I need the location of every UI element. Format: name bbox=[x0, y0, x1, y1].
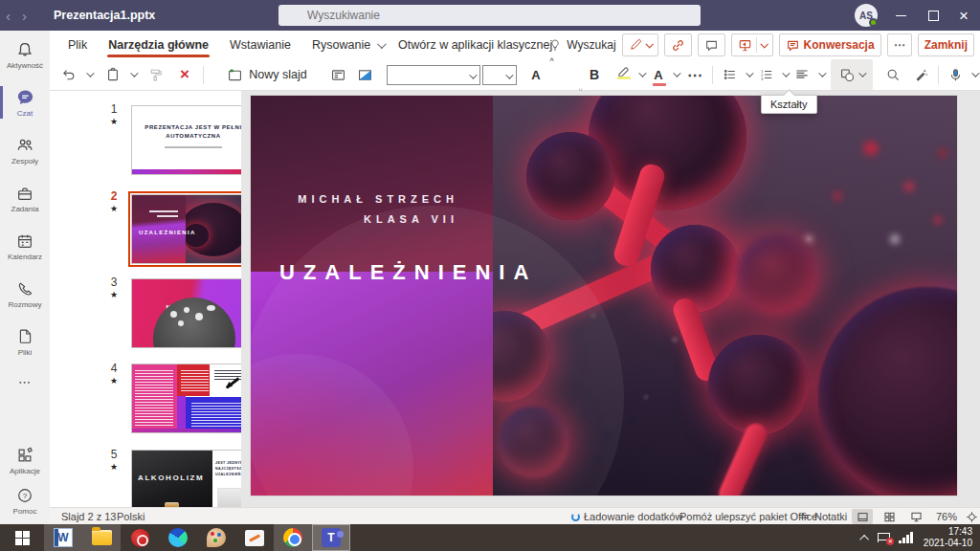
thumbnail-slide-2[interactable]: UZALEŻNIENIA bbox=[131, 194, 241, 264]
network-signal-icon[interactable] bbox=[899, 532, 913, 543]
shapes-button[interactable] bbox=[831, 59, 873, 90]
taskbar-word[interactable]: W bbox=[44, 524, 82, 551]
highlight-menu-chevron[interactable] bbox=[634, 59, 645, 90]
bell-icon bbox=[15, 40, 34, 59]
sidebar-item-calls[interactable]: Rozmowy bbox=[0, 270, 50, 318]
chrome-icon bbox=[283, 528, 302, 547]
paste-button[interactable] bbox=[101, 59, 124, 90]
undo-menu-chevron[interactable] bbox=[80, 59, 94, 90]
slide-author-text[interactable]: MICHAŁ STRZECH KLASA VII bbox=[298, 189, 458, 230]
start-button[interactable] bbox=[0, 524, 44, 551]
taskbar-teams[interactable]: T bbox=[312, 524, 350, 551]
font-size-select[interactable] bbox=[482, 65, 517, 85]
language-status[interactable]: Polski bbox=[117, 508, 145, 525]
sidebar-item-help[interactable]: ? Pomoc bbox=[0, 476, 50, 524]
numbering-menu-chevron[interactable] bbox=[777, 59, 789, 90]
minimize-button[interactable] bbox=[884, 0, 917, 31]
font-color-button[interactable]: A bbox=[647, 59, 670, 90]
file-icon bbox=[15, 327, 34, 346]
comments-button[interactable] bbox=[698, 33, 725, 56]
tellme-search[interactable]: Wyszukaj bbox=[548, 38, 615, 52]
taskbar-file-explorer[interactable] bbox=[82, 524, 121, 551]
notes-toggle[interactable]: Notatki bbox=[798, 508, 847, 525]
format-painter-button[interactable] bbox=[144, 59, 168, 90]
copy-link-button[interactable] bbox=[664, 33, 692, 56]
sidebar-item-chat[interactable]: Czat bbox=[0, 78, 50, 126]
thumb-number: 4 bbox=[105, 362, 122, 375]
tab-home[interactable]: Narzędzia główne bbox=[98, 31, 219, 59]
action-center-flag-icon[interactable]: ✕ bbox=[878, 533, 890, 542]
taskbar-search-app[interactable] bbox=[121, 524, 159, 551]
sidebar-item-teams[interactable]: Zespoły bbox=[0, 126, 50, 174]
paste-menu-chevron[interactable] bbox=[124, 59, 138, 90]
people-icon bbox=[15, 136, 34, 155]
dictate-button[interactable] bbox=[944, 59, 967, 90]
taskbar-paint[interactable] bbox=[197, 524, 235, 551]
close-file-button[interactable]: Zamknij bbox=[918, 33, 974, 56]
sidebar-more-button[interactable]: ⋯ bbox=[0, 365, 50, 398]
delete-button[interactable]: × bbox=[172, 59, 197, 90]
find-button[interactable] bbox=[880, 59, 905, 90]
thumbnail-slide-4[interactable] bbox=[131, 364, 241, 433]
designer-button[interactable] bbox=[352, 59, 377, 90]
undo-button[interactable] bbox=[57, 59, 80, 90]
taskbar-clock[interactable]: 17:43 2021-04-10 bbox=[924, 526, 972, 550]
tab-open-in-desktop[interactable]: Otwórz w aplikacji klasycznej bbox=[388, 31, 563, 59]
sidebar-item-activity[interactable]: Aktywność bbox=[0, 31, 50, 78]
taskbar-chrome[interactable] bbox=[274, 524, 312, 551]
normal-view-button[interactable] bbox=[852, 509, 873, 524]
feedback-link[interactable]: Pomóż ulepszyć pakiet Office bbox=[679, 508, 817, 525]
bold-button[interactable]: B bbox=[584, 59, 605, 90]
slide-editor[interactable]: MICHAŁ STRZECH KLASA VII UZALEŻNIENIA bbox=[251, 96, 957, 496]
present-button[interactable] bbox=[731, 33, 773, 56]
tab-file[interactable]: Plik bbox=[57, 31, 98, 59]
taskbar-edge[interactable] bbox=[159, 524, 197, 551]
layout-button[interactable] bbox=[325, 59, 350, 90]
teams-icon: T bbox=[322, 528, 341, 547]
slide-counter[interactable]: Slajd 2 z 13 bbox=[61, 508, 116, 525]
zoom-level[interactable]: 76% bbox=[936, 508, 957, 525]
animation-star-icon: ★ bbox=[105, 290, 122, 299]
grow-font-button[interactable]: A˄ bbox=[524, 59, 547, 90]
highlight-color-button[interactable] bbox=[611, 59, 635, 90]
sidebar-item-assignments[interactable]: Zadania bbox=[0, 174, 50, 222]
ribbon-more-button[interactable]: ⋯ bbox=[887, 33, 912, 56]
fit-to-window-button[interactable] bbox=[961, 509, 980, 524]
back-icon[interactable]: ‹ bbox=[0, 9, 16, 23]
close-button[interactable] bbox=[947, 0, 980, 31]
new-slide-button[interactable]: Nowy slajd bbox=[211, 59, 323, 90]
tab-draw[interactable]: Rysowanie bbox=[301, 31, 381, 59]
slide-sorter-view-button[interactable] bbox=[879, 509, 900, 524]
svg-text:?: ? bbox=[23, 492, 28, 500]
align-menu-chevron[interactable] bbox=[813, 59, 825, 90]
bullets-button[interactable] bbox=[718, 59, 743, 90]
numbering-button[interactable]: 123 bbox=[754, 59, 779, 90]
draw-pen-button[interactable] bbox=[622, 33, 658, 56]
thumbnail-slide-5[interactable]: ALKOHOLIZM JEST JEDNYM Z NAJCZĘSTSZYCH U… bbox=[131, 450, 241, 507]
sidebar-item-calendar[interactable]: Kalendarz bbox=[0, 222, 50, 270]
forward-icon[interactable]: › bbox=[16, 9, 33, 23]
slide-canvas-area: MICHAŁ STRZECH KLASA VII UZALEŻNIENIA bbox=[241, 91, 980, 507]
slideshow-view-button[interactable] bbox=[905, 509, 926, 524]
conversation-button[interactable]: Konwersacja bbox=[779, 33, 881, 56]
bullets-menu-chevron[interactable] bbox=[741, 59, 752, 90]
thumbnail-slide-1[interactable]: PREZENTACJA JEST W PEŁNI AUTOMATYCZNA bbox=[131, 105, 241, 175]
design-ideas-button[interactable] bbox=[909, 59, 934, 90]
help-icon: ? bbox=[15, 486, 34, 505]
sidebar-item-files[interactable]: Pliki bbox=[0, 318, 50, 365]
align-button[interactable] bbox=[791, 59, 813, 90]
dictate-menu-chevron[interactable] bbox=[967, 59, 978, 90]
chevron-down-icon bbox=[645, 40, 653, 48]
font-color-menu-chevron[interactable] bbox=[668, 59, 679, 90]
maximize-button[interactable] bbox=[917, 0, 949, 31]
search-input[interactable] bbox=[278, 5, 701, 26]
font-more-button[interactable]: ⋯ bbox=[683, 59, 706, 90]
thumbnail-slide-3[interactable]: NARKOMANIA bbox=[131, 278, 241, 348]
taskbar-whiteboard[interactable] bbox=[235, 524, 274, 551]
quick-toolbar: × Nowy slajd A˄ A˅ B A ⋯ 123 bbox=[50, 59, 980, 91]
addins-loading-status: Ładowanie dodatków bbox=[571, 508, 682, 525]
presence-indicator bbox=[869, 18, 878, 27]
tab-insert[interactable]: Wstawianie bbox=[219, 31, 301, 59]
font-name-select[interactable] bbox=[387, 65, 480, 85]
slide-title-text[interactable]: UZALEŻNIENIA bbox=[279, 260, 537, 285]
